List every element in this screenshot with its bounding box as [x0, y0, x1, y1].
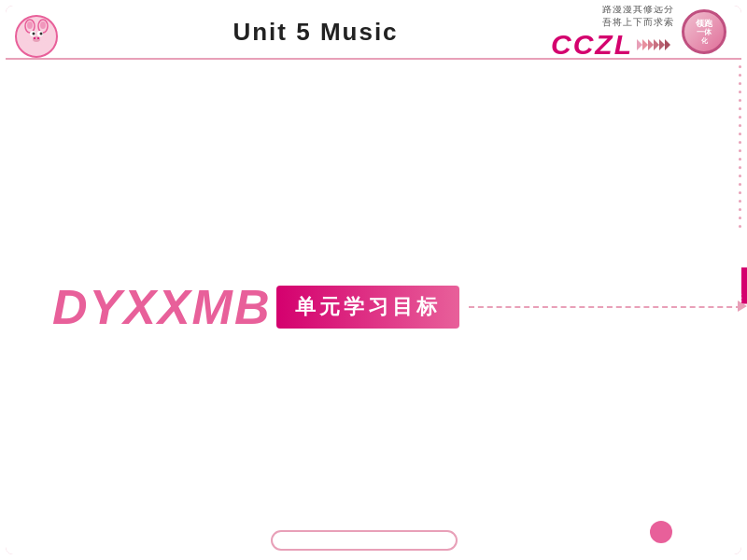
brand-logo: CCZL [551, 29, 674, 60]
dot [739, 65, 741, 68]
chinese-title-badge: 单元学习目标 [276, 286, 459, 329]
dot [739, 99, 741, 102]
badge: 领跑 一体 化 [682, 9, 726, 54]
svg-point-5 [40, 21, 46, 29]
dot [739, 116, 741, 119]
dot [739, 200, 741, 203]
dot [739, 225, 741, 228]
dot [739, 107, 741, 110]
badge-line2: 一体 [697, 28, 712, 37]
mascot-icon [13, 13, 60, 60]
svg-point-12 [37, 37, 39, 39]
right-dots [739, 65, 740, 228]
dot [739, 158, 741, 161]
slogan-line1: 路漫漫其修远分 [602, 6, 674, 16]
dot [739, 183, 741, 186]
dyxxmb-label: DYXXMB [52, 279, 271, 335]
badge-line3: 化 [701, 37, 708, 45]
dot [739, 141, 741, 144]
svg-point-8 [33, 33, 35, 35]
main-content: DYXXMB 单元学习目标 [6, 60, 741, 554]
badge-line1: 领跑 [696, 19, 712, 29]
bottom-circle [650, 521, 672, 543]
svg-point-9 [40, 33, 43, 35]
svg-marker-13 [637, 39, 642, 50]
dashed-line [469, 306, 741, 308]
svg-point-10 [33, 36, 40, 42]
slogan-line2: 吾将上下而求索 [602, 16, 674, 29]
dot [739, 208, 741, 211]
dot [739, 175, 741, 177]
dot [739, 91, 741, 93]
svg-marker-17 [659, 39, 665, 50]
dot [739, 191, 741, 194]
logo-area: 路漫漫其修远分 吾将上下而求索 CCZL 领跑 一体 化 [551, 6, 726, 60]
svg-point-4 [27, 21, 33, 29]
dot [739, 74, 741, 77]
dot [739, 82, 741, 85]
svg-marker-16 [654, 39, 659, 50]
svg-marker-14 [642, 39, 648, 50]
dot [739, 149, 741, 152]
slogan-area: 路漫漫其修远分 吾将上下而求索 CCZL [551, 6, 674, 60]
brand-text: CCZL [551, 29, 633, 60]
bottom-pill [271, 530, 458, 551]
svg-point-11 [34, 37, 35, 39]
bottom-bar [28, 530, 700, 551]
dot [739, 217, 741, 219]
dot [739, 133, 741, 135]
header: Unit 5 Music 路漫漫其修远分 吾将上下而求索 CCZL 领跑 一体 [6, 6, 741, 60]
brand-arrows-icon [637, 35, 674, 54]
dot [739, 166, 741, 169]
dot [739, 124, 741, 127]
svg-marker-15 [648, 39, 654, 50]
page-title: Unit 5 Music [233, 18, 398, 47]
svg-marker-18 [665, 39, 670, 50]
